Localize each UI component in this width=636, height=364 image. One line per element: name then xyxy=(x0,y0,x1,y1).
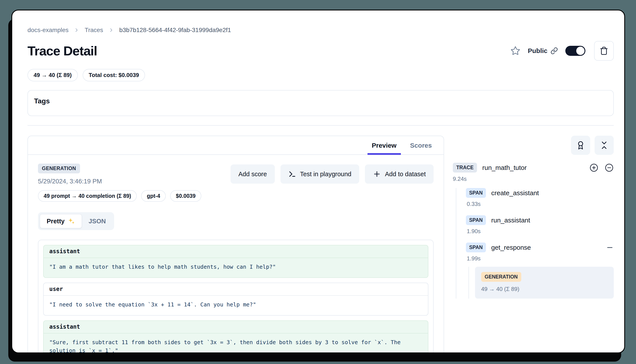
circle-plus-icon xyxy=(589,163,598,172)
trace-duration: 9.24s xyxy=(453,176,614,182)
tab-bar: Preview Scores xyxy=(28,136,444,155)
trace-type-badge: TRACE xyxy=(453,163,477,172)
view-format-toggle: Pretty JSON xyxy=(38,212,114,230)
public-label: Public xyxy=(528,47,548,54)
span-name: get_response xyxy=(491,244,531,251)
breadcrumb-item-project[interactable]: docs-examples xyxy=(28,26,68,34)
tree-toolbar xyxy=(453,136,614,155)
delete-trace-button[interactable] xyxy=(594,41,614,61)
messages-container: assistant "I am a math tutor that likes … xyxy=(38,240,434,353)
generation-usage: 49 → 40 (Σ 89) xyxy=(481,286,608,292)
test-in-playground-button[interactable]: Test in playground xyxy=(280,164,359,184)
span-row-create-assistant[interactable]: SPAN create_assistant xyxy=(466,188,614,198)
breadcrumb: docs-examples Traces b3b7b128-5664-4f42-… xyxy=(28,26,614,34)
message-content: "I need to solve the equation `3x + 11 =… xyxy=(44,296,428,315)
sparkles-icon xyxy=(68,218,75,225)
span-duration: 0.33s xyxy=(467,201,614,208)
add-to-dataset-label: Add to dataset xyxy=(385,170,426,178)
tree-node-trace[interactable]: TRACE run_math_tutor xyxy=(453,163,614,172)
section-divider xyxy=(28,125,614,126)
span-row-get-response[interactable]: SPAN get_response xyxy=(466,242,614,252)
content-row: Preview Scores GENERATION 5/29/2024, 3:4… xyxy=(28,136,614,353)
span-type-badge: SPAN xyxy=(466,242,486,252)
trace-children: SPAN create_assistant 0.33s SPAN run_ass… xyxy=(456,188,614,298)
terminal-icon xyxy=(288,170,296,178)
total-cost-badge: Total cost: $0.0039 xyxy=(83,69,145,81)
observation-body: GENERATION 5/29/2024, 3:46:19 PM 49 prom… xyxy=(28,155,444,353)
add-score-label: Add score xyxy=(238,170,267,178)
message-role: assistant xyxy=(44,245,428,258)
observation-meta: GENERATION 5/29/2024, 3:46:19 PM 49 prom… xyxy=(38,164,201,202)
tree-node-generation-selected[interactable]: GENERATION 49 → 40 (Σ 89) xyxy=(475,267,614,298)
observation-preview-card: Preview Scores GENERATION 5/29/2024, 3:4… xyxy=(28,136,444,353)
message-content: "I am a math tutor that likes to help ma… xyxy=(44,258,428,278)
generation-type-badge: GENERATION xyxy=(38,164,80,174)
observation-badges: 49 prompt → 40 completion (Σ 89) gpt-4 $… xyxy=(38,190,201,202)
span-name: run_assistant xyxy=(491,216,530,224)
trash-icon xyxy=(600,46,608,55)
span-children: GENERATION 49 → 40 (Σ 89) xyxy=(468,267,614,298)
cost-badge: $0.0039 xyxy=(170,190,201,202)
tree-node-span: SPAN get_response 1.99s GENERATION 49 → … xyxy=(466,242,614,298)
collapse-span-button[interactable] xyxy=(606,244,614,252)
observation-header: GENERATION 5/29/2024, 3:46:19 PM 49 prom… xyxy=(38,164,434,202)
public-link-group: Public xyxy=(528,47,558,54)
span-row-run-assistant[interactable]: SPAN run_assistant xyxy=(466,215,614,225)
trace-name: run_math_tutor xyxy=(482,164,526,172)
tree-node-span: SPAN run_assistant 1.90s xyxy=(466,215,614,235)
link-icon[interactable] xyxy=(550,47,558,54)
public-toggle[interactable] xyxy=(565,46,586,56)
generation-type-badge: GENERATION xyxy=(481,272,521,282)
breadcrumb-item-trace-id[interactable]: b3b7b128-5664-4f42-9fab-31999da9e2f1 xyxy=(119,26,231,34)
chevron-right-icon xyxy=(108,27,114,33)
view-toggle-pretty[interactable]: Pretty xyxy=(40,214,82,228)
breadcrumb-item-traces[interactable]: Traces xyxy=(85,26,103,34)
span-type-badge: SPAN xyxy=(466,188,486,198)
tab-scores[interactable]: Scores xyxy=(405,136,437,154)
message-content: "Sure, first subtract 11 from both sides… xyxy=(44,334,428,354)
header-actions: Public xyxy=(510,41,614,61)
view-toggle-json[interactable]: JSON xyxy=(82,214,112,228)
add-score-button[interactable]: Add score xyxy=(230,164,275,184)
minus-icon xyxy=(606,244,614,252)
pretty-label: Pretty xyxy=(47,218,64,225)
circle-minus-icon xyxy=(604,163,614,172)
favorite-button[interactable] xyxy=(510,46,520,56)
span-type-badge: SPAN xyxy=(466,215,486,225)
trace-tree-panel: TRACE run_math_tutor 9.24s xyxy=(453,136,614,298)
model-badge: gpt-4 xyxy=(141,190,166,202)
observation-timestamp: 5/29/2024, 3:46:19 PM xyxy=(38,178,201,185)
tags-title: Tags xyxy=(34,97,607,105)
message-card-assistant: assistant "Sure, first subtract 11 from … xyxy=(43,320,428,354)
trace-row-icons xyxy=(589,163,614,172)
message-role: user xyxy=(44,283,428,296)
message-card-assistant: assistant "I am a math tutor that likes … xyxy=(43,245,428,278)
observation-actions: Add score Test in playground xyxy=(230,164,434,184)
star-icon xyxy=(510,46,520,56)
message-role: assistant xyxy=(44,321,428,334)
collapse-all-nodes-button[interactable] xyxy=(604,163,614,172)
title-row: Trace Detail Public xyxy=(28,41,614,61)
tab-preview[interactable]: Preview xyxy=(367,136,402,154)
award-icon xyxy=(576,141,585,150)
collapse-all-button[interactable] xyxy=(594,136,614,155)
span-name: create_assistant xyxy=(491,189,539,197)
plus-icon xyxy=(373,170,381,178)
span-duration: 1.90s xyxy=(467,228,614,235)
test-in-playground-label: Test in playground xyxy=(300,170,351,178)
page-title: Trace Detail xyxy=(28,44,97,58)
app-window: docs-examples Traces b3b7b128-5664-4f42-… xyxy=(11,10,625,353)
prompt-completion-badge: 49 prompt → 40 completion (Σ 89) xyxy=(38,190,137,202)
message-card-user: user "I need to solve the equation `3x +… xyxy=(43,283,428,316)
tags-card: Tags xyxy=(28,90,614,116)
expand-all-nodes-button[interactable] xyxy=(589,163,598,172)
add-to-dataset-button[interactable]: Add to dataset xyxy=(365,164,434,184)
span-duration: 1.99s xyxy=(467,255,614,262)
chevron-right-icon xyxy=(74,27,80,33)
annotate-scores-button[interactable] xyxy=(571,136,590,155)
chevrons-collapse-icon xyxy=(600,141,609,150)
page-background: { "colors": { "accent": "#4f46e5", "back… xyxy=(0,0,636,364)
toggle-knob xyxy=(576,47,584,55)
tree-node-span: SPAN create_assistant 0.33s xyxy=(466,188,614,208)
token-usage-badge: 49 → 40 (Σ 89) xyxy=(28,69,78,81)
